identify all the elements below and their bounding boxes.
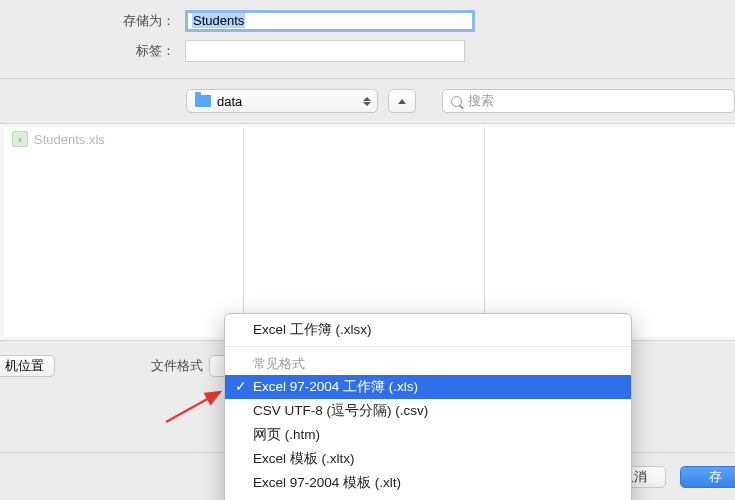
- dropdown-item[interactable]: Excel 工作簿 (.xlsx): [225, 318, 631, 342]
- select-arrows-icon: [363, 97, 371, 106]
- format-dropdown-menu: Excel 工作簿 (.xlsx) 常见格式 ✓Excel 97-2004 工作…: [224, 313, 632, 500]
- collapse-button[interactable]: [388, 89, 416, 113]
- svg-line-0: [166, 392, 220, 422]
- location-button[interactable]: 机位置: [0, 355, 55, 377]
- tags-input[interactable]: [185, 40, 465, 62]
- check-icon: ✓: [235, 378, 247, 394]
- folder-icon: [195, 95, 211, 107]
- dropdown-item[interactable]: ✓Excel 97-2004 工作簿 (.xls): [225, 375, 631, 399]
- column-1[interactable]: x Students.xls: [4, 127, 244, 337]
- file-name: Students.xls: [34, 132, 105, 147]
- search-placeholder: 搜索: [468, 92, 494, 110]
- xls-file-icon: x: [12, 131, 28, 147]
- column-3[interactable]: [485, 127, 735, 337]
- dropdown-item[interactable]: Excel 模板 (.xltx): [225, 447, 631, 471]
- dropdown-item[interactable]: Excel 97-2004 模板 (.xlt): [225, 471, 631, 495]
- save-as-label: 存储为：: [0, 12, 185, 30]
- tags-label: 标签：: [0, 42, 185, 60]
- dropdown-item[interactable]: CSV UTF-8 (逗号分隔) (.csv): [225, 399, 631, 423]
- save-as-input[interactable]: Students: [185, 10, 475, 32]
- list-item[interactable]: x Students.xls: [4, 127, 243, 151]
- folder-select[interactable]: data: [186, 89, 378, 113]
- column-2[interactable]: [244, 127, 485, 337]
- file-format-label: 文件格式: [151, 357, 203, 375]
- dropdown-item[interactable]: 网页 (.htm): [225, 423, 631, 447]
- search-icon: [451, 96, 462, 107]
- dropdown-group-label: 常见格式: [225, 351, 631, 375]
- chevron-up-icon: [398, 99, 406, 104]
- file-browser: x Students.xls: [0, 123, 735, 341]
- search-input[interactable]: 搜索: [442, 89, 735, 113]
- dropdown-item[interactable]: PDF: [225, 495, 631, 500]
- folder-name: data: [217, 94, 242, 109]
- separator: [225, 346, 631, 347]
- save-button[interactable]: 存: [680, 466, 735, 488]
